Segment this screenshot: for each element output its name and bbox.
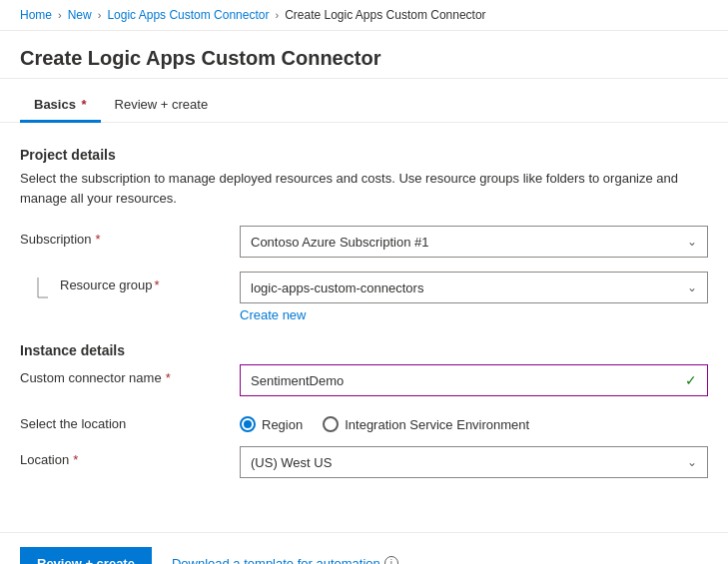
resource-group-required: * [155, 278, 160, 292]
tab-basics[interactable]: Basics * [20, 87, 101, 123]
location-type-row: Select the location Region Integration S… [20, 410, 708, 432]
connector-name-label: Custom connector name * [20, 364, 240, 385]
project-details-heading: Project details [20, 147, 708, 163]
location-row: Location * (US) West US ⌄ [20, 446, 708, 478]
breadcrumb-new[interactable]: New [68, 8, 92, 22]
instance-details-heading: Instance details [20, 342, 708, 358]
create-new-link[interactable]: Create new [240, 307, 306, 322]
tab-basics-required: * [78, 97, 87, 112]
breadcrumb-connector[interactable]: Logic Apps Custom Connector [107, 8, 269, 22]
resource-group-label: Resource group * [60, 272, 240, 292]
resource-group-chevron-icon: ⌄ [687, 281, 697, 294]
subscription-chevron-icon: ⌄ [687, 235, 697, 249]
template-link-text: Download a template for automation [172, 556, 380, 565]
tabs-container: Basics * Review + create [0, 87, 728, 123]
radio-region[interactable]: Region [240, 416, 303, 432]
info-icon[interactable]: i [384, 556, 398, 564]
breadcrumb: Home › New › Logic Apps Custom Connector… [0, 0, 728, 31]
location-chevron-icon: ⌄ [687, 455, 697, 469]
radio-ise-label: Integration Service Environment [345, 417, 529, 432]
subscription-label: Subscription * [20, 226, 240, 247]
location-required: * [73, 452, 78, 467]
location-type-control: Region Integration Service Environment [240, 410, 708, 432]
breadcrumb-sep3: › [275, 9, 279, 21]
subscription-control: Contoso Azure Subscription #1 ⌄ [240, 226, 708, 258]
subscription-dropdown[interactable]: Contoso Azure Subscription #1 ⌄ [240, 226, 708, 258]
tab-basics-label: Basics [34, 97, 76, 112]
radio-region-label: Region [262, 417, 303, 432]
resource-group-control: logic-apps-custom-connectors ⌄ Create ne… [240, 272, 708, 322]
instance-details-section: Instance details Custom connector name *… [20, 342, 708, 478]
radio-region-circle [240, 416, 256, 432]
indent-line-icon [28, 278, 48, 307]
title-divider [0, 78, 728, 79]
page-title: Create Logic Apps Custom Connector [0, 31, 728, 78]
connector-name-input[interactable]: SentimentDemo ✓ [240, 364, 708, 396]
tab-review-label: Review + create [115, 97, 209, 112]
breadcrumb-current: Create Logic Apps Custom Connector [285, 8, 485, 22]
connector-name-value: SentimentDemo [251, 373, 344, 388]
review-create-button[interactable]: Review + create [20, 547, 152, 564]
radio-ise-circle [323, 416, 339, 432]
project-details-desc: Select the subscription to manage deploy… [20, 169, 708, 208]
main-content: Project details Select the subscription … [0, 123, 728, 512]
location-dropdown[interactable]: (US) West US ⌄ [240, 446, 708, 478]
connector-name-control: SentimentDemo ✓ [240, 364, 708, 396]
location-type-label: Select the location [20, 410, 240, 431]
breadcrumb-home[interactable]: Home [20, 8, 52, 22]
subscription-value: Contoso Azure Subscription #1 [251, 235, 429, 250]
connector-name-check-icon: ✓ [685, 372, 697, 388]
footer: Review + create Download a template for … [0, 532, 728, 564]
location-control: (US) West US ⌄ [240, 446, 708, 478]
location-label: Location * [20, 446, 240, 467]
location-value: (US) West US [251, 455, 332, 470]
template-link[interactable]: Download a template for automation i [172, 556, 398, 565]
tab-review[interactable]: Review + create [101, 87, 223, 123]
breadcrumb-sep1: › [58, 9, 62, 21]
radio-ise[interactable]: Integration Service Environment [323, 416, 529, 432]
subscription-required: * [96, 232, 101, 247]
connector-name-row: Custom connector name * SentimentDemo ✓ [20, 364, 708, 396]
location-type-radio-group: Region Integration Service Environment [240, 410, 708, 432]
resource-group-dropdown[interactable]: logic-apps-custom-connectors ⌄ [240, 272, 708, 303]
breadcrumb-sep2: › [98, 9, 102, 21]
connector-name-required: * [166, 370, 171, 385]
resource-group-indent [20, 272, 60, 307]
subscription-row: Subscription * Contoso Azure Subscriptio… [20, 226, 708, 258]
resource-group-value: logic-apps-custom-connectors [251, 281, 423, 295]
resource-group-row: Resource group * logic-apps-custom-conne… [20, 272, 708, 322]
